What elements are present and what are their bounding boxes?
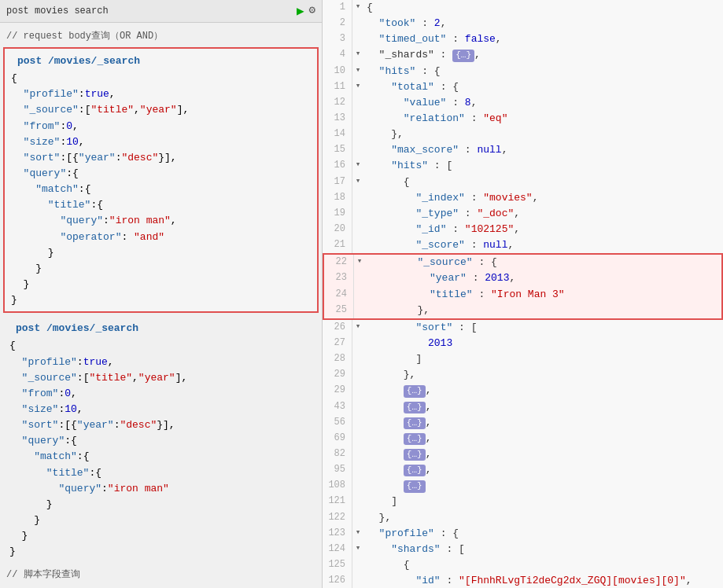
fold-icon[interactable] — [352, 367, 363, 383]
fold-icon[interactable]: ▾ — [352, 64, 363, 79]
fold-icon[interactable]: ▾ — [352, 175, 363, 190]
table-row: 10▾ "hits" : { — [323, 64, 723, 79]
line-number: 56 — [323, 415, 352, 431]
fold-icon[interactable] — [354, 270, 365, 286]
code-line: "_source":["title","year"], — [11, 102, 311, 118]
fold-icon[interactable]: ▾ — [352, 542, 363, 557]
table-row: 95 {…}, — [323, 462, 723, 478]
fold-icon[interactable] — [354, 287, 365, 303]
fold-icon[interactable] — [352, 447, 363, 462]
line-number: 25 — [324, 303, 354, 318]
fold-icon[interactable] — [352, 190, 363, 206]
table-row: 124▾ "shards" : [ — [323, 542, 723, 557]
fold-icon[interactable] — [352, 415, 363, 431]
collapsed-badge[interactable]: {…} — [404, 480, 426, 492]
fold-icon[interactable]: ▾ — [352, 79, 363, 95]
section2-comment: // 脚本字段查询 — [0, 561, 322, 582]
collapsed-badge[interactable]: {…} — [404, 465, 426, 476]
fold-icon[interactable] — [352, 399, 363, 415]
code-line: } — [11, 292, 311, 308]
line-number: 124 — [323, 542, 352, 557]
fold-icon[interactable] — [352, 573, 363, 588]
fold-icon[interactable] — [352, 462, 363, 478]
table-row: 22▾ "_source" : { — [323, 253, 723, 270]
code-line: "sort":[{"year":"desc"}], — [9, 417, 312, 433]
fold-icon[interactable] — [352, 206, 363, 222]
table-row: 2 "took" : 2, — [323, 16, 723, 31]
line-number: 11 — [323, 79, 352, 95]
fold-icon[interactable] — [352, 351, 363, 367]
json-output: 1▾{2 "took" : 2,3 "timed_out" : false,4▾… — [323, 0, 723, 588]
fold-icon[interactable]: ▾ — [352, 158, 363, 174]
fold-icon[interactable] — [352, 16, 363, 31]
table-row: 14 }, — [323, 127, 723, 142]
fold-icon[interactable] — [352, 31, 363, 47]
left-tab-title[interactable]: post movies search — [6, 6, 109, 17]
line-content: "id" : "[FhnhRLvgTi2deCg2dx_ZGQ][movies]… — [363, 573, 723, 588]
line-content: {…}, — [363, 431, 723, 447]
line-number: 95 — [323, 462, 352, 478]
collapsed-badge[interactable]: {…} — [404, 433, 426, 445]
fold-icon[interactable] — [352, 127, 363, 142]
settings-icon[interactable]: ⚙ — [309, 3, 315, 19]
table-row: 17▾ { — [323, 175, 723, 190]
table-row: 108 {…} — [323, 478, 723, 494]
fold-icon[interactable]: ▾ — [354, 255, 365, 270]
fold-icon[interactable]: ▾ — [352, 47, 363, 63]
fold-icon[interactable] — [352, 222, 363, 237]
line-content: { — [363, 175, 723, 190]
line-number: 13 — [323, 111, 352, 127]
fold-icon[interactable] — [352, 336, 363, 351]
collapsed-badge[interactable]: {…} — [404, 385, 426, 397]
fold-icon[interactable] — [352, 95, 363, 111]
collapsed-badge[interactable]: {…} — [404, 417, 426, 429]
endpoint-2: post /movies/_search — [9, 319, 312, 338]
run-icon[interactable]: ▶ — [297, 3, 304, 19]
table-row: 1▾{ — [323, 0, 723, 16]
left-header-actions: ▶ ⚙ — [297, 3, 315, 19]
code-line: "query":"iron man" — [9, 481, 312, 497]
line-number: 20 — [323, 222, 352, 237]
line-number: 21 — [323, 237, 352, 253]
fold-icon[interactable]: ▾ — [352, 526, 363, 542]
fold-icon[interactable] — [352, 478, 363, 494]
line-content: }, — [363, 127, 723, 142]
collapsed-badge[interactable]: {…} — [452, 50, 474, 61]
line-number: 22 — [324, 255, 354, 270]
fold-icon[interactable] — [352, 111, 363, 127]
line-number: 15 — [323, 142, 352, 158]
code-line: "match":{ — [9, 449, 312, 465]
table-row: 123▾ "profile" : { — [323, 526, 723, 542]
fold-icon[interactable] — [352, 494, 363, 509]
line-number: 10 — [323, 64, 352, 79]
line-content: "total" : { — [363, 79, 723, 95]
code-line: } — [9, 528, 312, 544]
line-number: 28 — [323, 351, 352, 367]
fold-icon[interactable]: ▾ — [352, 320, 363, 336]
collapsed-badge[interactable]: {…} — [404, 449, 426, 461]
fold-icon[interactable] — [352, 431, 363, 447]
line-content: {…}, — [363, 462, 723, 478]
fold-icon[interactable] — [352, 237, 363, 253]
table-row: 69 {…}, — [323, 431, 723, 447]
fold-icon[interactable] — [352, 510, 363, 526]
code-line: "from":0, — [9, 386, 312, 402]
line-number: 125 — [323, 557, 352, 573]
fold-icon[interactable] — [354, 303, 365, 318]
table-row: 29 {…}, — [323, 383, 723, 399]
line-content: }, — [365, 303, 721, 318]
table-row: 126 "id" : "[FhnhRLvgTi2deCg2dx_ZGQ][mov… — [323, 573, 723, 588]
line-content: "relation" : "eq" — [363, 111, 723, 127]
line-number: 1 — [323, 0, 352, 16]
fold-icon[interactable]: ▾ — [352, 0, 363, 16]
line-number: 16 — [323, 158, 352, 174]
fold-icon[interactable] — [352, 142, 363, 158]
code-line: { — [11, 71, 311, 86]
code-line: "size":10, — [11, 134, 311, 150]
fold-icon[interactable] — [352, 557, 363, 573]
collapsed-badge[interactable]: {…} — [404, 402, 426, 413]
line-content: {…}, — [363, 383, 723, 399]
fold-icon[interactable] — [352, 383, 363, 399]
line-content: }, — [363, 510, 723, 526]
table-row: 21 "_score" : null, — [323, 237, 723, 253]
